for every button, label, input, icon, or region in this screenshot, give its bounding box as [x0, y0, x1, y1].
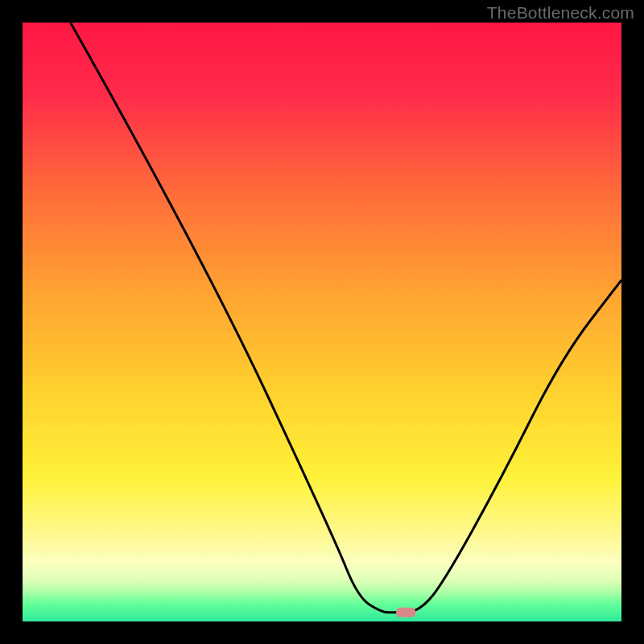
bottleneck-chart	[0, 0, 644, 644]
chart-container: TheBottleneck.com	[0, 0, 644, 644]
optimal-marker	[396, 608, 415, 617]
watermark-text: TheBottleneck.com	[487, 3, 634, 23]
plot-background	[23, 23, 621, 621]
